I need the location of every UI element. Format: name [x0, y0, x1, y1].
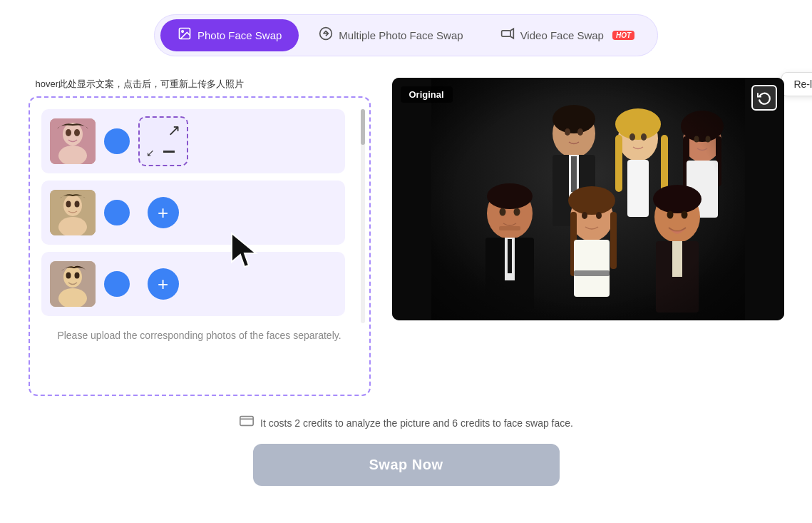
drag-target-1[interactable]: ↗ ↙: [138, 116, 195, 166]
swap-btn-3[interactable]: [104, 271, 130, 297]
photo-tab-icon: [178, 26, 192, 44]
svg-point-1: [182, 31, 184, 33]
tab-video-label: Video Face Swap: [520, 29, 604, 41]
credits-icon: [239, 413, 255, 432]
face-avatar-3: [50, 261, 96, 307]
upload-hint: Please upload the corresponding photos o…: [41, 327, 358, 343]
original-label: Original: [401, 86, 453, 103]
hover-hint-text: hover此处显示文案，点击后，可重新上传多人照片: [29, 78, 371, 91]
image-container: Original: [392, 78, 784, 320]
hot-badge: HOT: [612, 31, 634, 40]
face-avatar-1: [50, 118, 96, 164]
face-avatar-2: [50, 190, 96, 235]
svg-point-12: [66, 201, 71, 208]
svg-rect-3: [501, 31, 510, 36]
tab-photo-face-swap[interactable]: Photo Face Swap: [160, 19, 299, 51]
tab-bar: Photo Face Swap Multiple Photo Face Swap…: [154, 14, 658, 56]
face-row-1: ↗ ↙: [41, 109, 345, 173]
svg-rect-65: [431, 78, 745, 320]
reload-button[interactable]: Re-load: [781, 72, 812, 96]
swap-btn-2[interactable]: [104, 200, 130, 225]
bottom-section: It costs 2 credits to analyze the pictur…: [29, 413, 784, 486]
swap-now-button[interactable]: Swap Now: [253, 444, 560, 486]
svg-point-18: [74, 273, 79, 279]
svg-point-8: [74, 129, 80, 136]
left-panel: hover此处显示文案，点击后，可重新上传多人照片: [29, 78, 371, 396]
add-face-btn-2[interactable]: +: [138, 188, 188, 238]
face-row-3: +: [41, 252, 345, 316]
right-panel: Re-load Original: [392, 78, 784, 396]
credits-info: It costs 2 credits to analyze the pictur…: [239, 413, 573, 432]
face-row-2: +: [41, 181, 345, 245]
swap-btn-1[interactable]: [104, 128, 130, 154]
reload-icon-btn[interactable]: [751, 85, 777, 111]
scroll-thumb[interactable]: [361, 109, 365, 145]
face-list: ↗ ↙: [41, 109, 358, 316]
svg-rect-66: [240, 417, 253, 426]
tab-multiple-label: Multiple Photo Face Swap: [339, 29, 463, 41]
svg-point-17: [66, 273, 71, 279]
add-face-btn-3[interactable]: +: [138, 259, 188, 309]
credits-text: It costs 2 credits to analyze the pictur…: [260, 417, 573, 429]
multiple-tab-icon: [319, 26, 333, 44]
tab-video-face-swap[interactable]: Video Face Swap HOT: [483, 19, 652, 51]
svg-point-7: [66, 129, 71, 136]
svg-point-13: [74, 201, 79, 208]
video-tab-icon: [500, 26, 515, 44]
tab-photo-label: Photo Face Swap: [197, 29, 282, 41]
main-content: hover此处显示文案，点击后，可重新上传多人照片: [29, 78, 784, 396]
tab-multiple-photo-face-swap[interactable]: Multiple Photo Face Swap: [302, 19, 480, 51]
upload-area[interactable]: ↗ ↙: [29, 96, 371, 396]
group-photo: [392, 78, 784, 320]
